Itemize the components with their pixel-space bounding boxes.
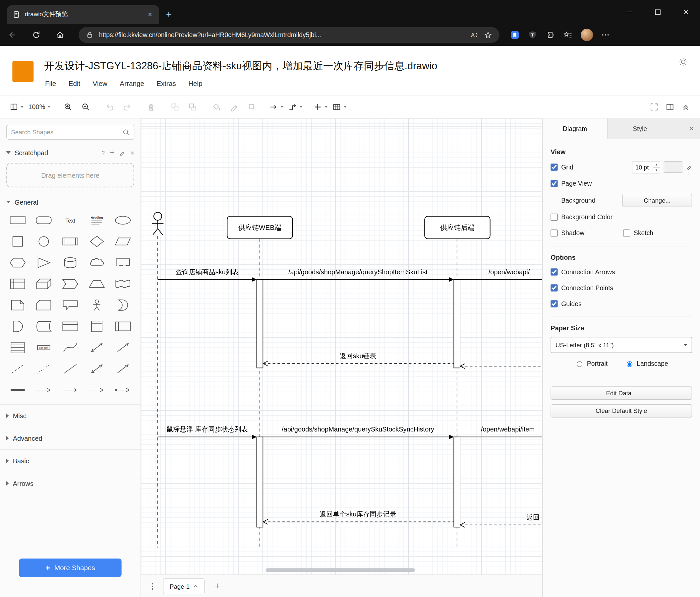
menu-edit[interactable]: Edit (69, 79, 80, 88)
shape-document[interactable] (110, 256, 136, 270)
section-misc[interactable]: Misc (0, 404, 141, 427)
menu-view[interactable]: View (93, 79, 107, 88)
shadow-checkbox[interactable] (551, 230, 557, 237)
backend-activation-2[interactable] (454, 437, 460, 527)
fullscreen-button[interactable] (650, 102, 658, 112)
shape-circle[interactable] (31, 235, 57, 249)
scratchpad-close-icon[interactable]: × (131, 149, 134, 157)
window-close-button[interactable] (672, 0, 700, 24)
participant-web-box[interactable]: 供应链WEB端 (227, 216, 292, 239)
shape-and[interactable] (4, 319, 30, 334)
shape-rectangle[interactable] (4, 213, 30, 228)
zoom-in-button[interactable] (61, 99, 75, 114)
shape-thin-arrow[interactable] (57, 383, 83, 397)
grid-size-stepper[interactable]: ▲▼ (653, 162, 659, 173)
shape-trapezoid[interactable] (83, 277, 110, 291)
scratchpad-add-icon[interactable]: + (110, 149, 114, 157)
shape-link[interactable] (4, 383, 30, 397)
extensions-puzzle-icon[interactable] (545, 30, 555, 40)
tab-style[interactable]: Style (607, 118, 672, 139)
connection-arrows-checkbox[interactable] (551, 268, 557, 275)
insert-button[interactable] (314, 99, 328, 114)
favorite-star-icon[interactable] (484, 31, 492, 39)
tab-diagram[interactable]: Diagram (543, 118, 607, 139)
shape-tape[interactable] (110, 277, 136, 291)
scratchpad-header[interactable]: Scratchpad ? + × (0, 144, 141, 161)
return-label-2[interactable]: 返回单个sku库存同步记录 (320, 510, 396, 518)
clear-default-style-button[interactable]: Clear Default Style (551, 404, 692, 417)
window-maximize-button[interactable] (643, 0, 672, 24)
to-front-button[interactable] (168, 99, 182, 114)
landscape-radio[interactable] (627, 361, 632, 367)
line-color-button[interactable] (228, 99, 241, 114)
message-label-5[interactable]: /api/goods/shopManage/querySkuStockSyncH… (282, 426, 434, 433)
shape-dashed-arrow[interactable] (83, 383, 110, 397)
back-button[interactable] (7, 29, 18, 40)
grid-size-input[interactable]: 10 pt ▲▼ (632, 161, 660, 173)
grid-checkbox[interactable] (551, 164, 557, 170)
background-color-checkbox[interactable] (551, 214, 557, 220)
shape-step[interactable] (57, 277, 83, 291)
shape-line[interactable] (57, 362, 83, 376)
shape-actor[interactable] (83, 298, 110, 312)
grid-color-edit-icon[interactable] (686, 164, 692, 170)
delete-button[interactable] (145, 99, 158, 114)
diagram-canvas[interactable]: 供应链WEB端 供应链后端 查询店铺商品sku列表 /api/goods/sho… (141, 118, 542, 574)
shape-bidirectional-arrow[interactable] (83, 341, 110, 355)
table-button[interactable] (332, 99, 347, 114)
page-view-checkbox[interactable] (551, 180, 557, 187)
collapse-toolbar-button[interactable] (681, 102, 691, 112)
shape-curve[interactable] (57, 341, 83, 355)
menu-file[interactable]: File (45, 79, 56, 88)
horizontal-scrollbar[interactable] (266, 568, 415, 572)
shape-diamond[interactable] (83, 235, 110, 249)
shape-callout[interactable] (57, 298, 83, 312)
shape-note[interactable] (4, 298, 30, 312)
fill-color-button[interactable] (210, 99, 223, 114)
shape-rounded-rectangle[interactable] (31, 213, 57, 228)
to-back-button[interactable] (186, 99, 200, 114)
menu-arrange[interactable]: Arrange (120, 79, 144, 88)
shape-cube[interactable] (31, 277, 57, 291)
portrait-option[interactable]: Portrait (575, 360, 608, 367)
shape-text[interactable]: Text (57, 213, 83, 228)
search-shapes-input[interactable] (6, 125, 134, 140)
theme-toggle-button[interactable] (678, 57, 689, 67)
undo-button[interactable] (103, 99, 116, 114)
shape-hexagon[interactable] (4, 256, 30, 270)
shape-triangle[interactable] (31, 256, 57, 270)
browser-tab[interactable]: drawio文件预览 × (7, 5, 159, 24)
profile-avatar[interactable] (581, 29, 593, 41)
menu-help[interactable]: Help (188, 79, 202, 88)
section-arrows[interactable]: Arrows (0, 472, 141, 495)
tab-close-icon[interactable]: × (146, 10, 154, 19)
pages-menu-icon[interactable] (149, 582, 156, 590)
shape-ellipse[interactable] (110, 213, 136, 228)
refresh-button[interactable] (31, 29, 42, 40)
shape-internal-storage[interactable] (4, 277, 30, 291)
menu-extras[interactable]: Extras (156, 79, 176, 88)
change-background-button[interactable]: Change... (622, 194, 692, 207)
grid-color-swatch[interactable] (664, 162, 682, 173)
paper-size-select[interactable]: US-Letter (8,5" x 11") (551, 337, 692, 353)
redo-button[interactable] (121, 99, 134, 114)
shape-container[interactable] (57, 319, 83, 334)
shield-extension-icon[interactable]: T (528, 30, 537, 40)
section-advanced[interactable]: Advanced (0, 427, 141, 449)
actor-figure[interactable] (152, 212, 164, 235)
copilot-icon[interactable] (510, 30, 520, 40)
section-basic[interactable]: Basic (0, 449, 141, 472)
participant-backend-box[interactable]: 供应链后端 (425, 216, 490, 239)
view-button[interactable] (9, 99, 24, 114)
read-aloud-icon[interactable]: A (470, 30, 479, 40)
scratchpad-edit-icon[interactable] (119, 149, 125, 155)
zoom-out-button[interactable] (79, 99, 93, 114)
guides-checkbox[interactable] (551, 300, 557, 307)
format-panel-close-icon[interactable]: × (690, 118, 700, 139)
landscape-option[interactable]: Landscape (624, 360, 668, 367)
scratchpad-dropzone[interactable]: Drag elements here (6, 163, 134, 188)
shape-connector[interactable] (110, 383, 136, 397)
shape-list-item[interactable]: List Item (31, 341, 57, 355)
return-label-3[interactable]: 返回 (526, 514, 540, 521)
zoom-select[interactable]: 100% (28, 99, 51, 114)
